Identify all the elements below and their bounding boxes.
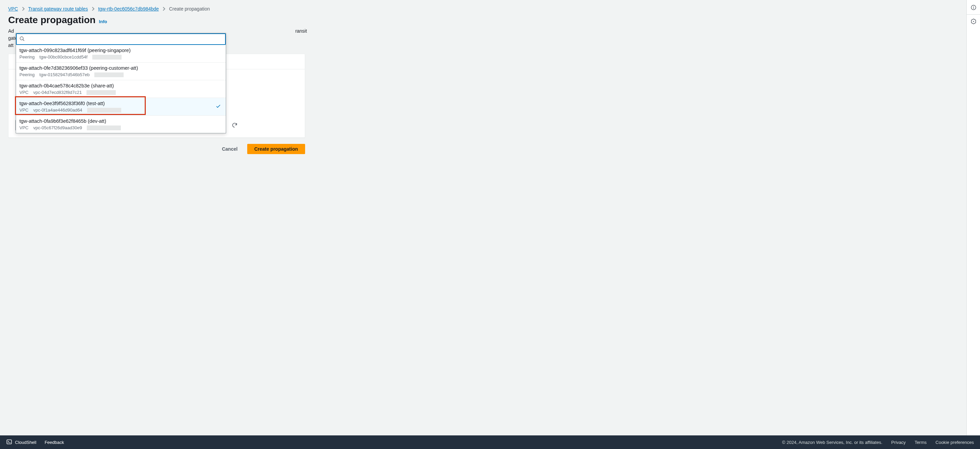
option-meta: Peering tgw-00bc80cbce1cdd54f: [19, 54, 221, 60]
svg-line-1: [23, 40, 24, 41]
option-redacted: [94, 73, 124, 77]
option-title: tgw-attach-0b4cae578c4c82b3e (share-att): [19, 83, 221, 89]
option-resource: tgw-00bc80cbce1cdd54f: [40, 54, 88, 60]
dropdown-search-input[interactable]: [28, 34, 222, 44]
page-title: Create propagation: [8, 15, 96, 25]
svg-point-5: [973, 21, 974, 22]
breadcrumb-tgrt[interactable]: Transit gateway route tables: [28, 6, 88, 11]
option-title: tgw-attach-099c823adf641f69f (peering-si…: [19, 48, 221, 53]
dropdown-option[interactable]: tgw-attach-099c823adf641f69f (peering-si…: [16, 45, 226, 62]
app-footer: CloudShell Feedback © 2024, Amazon Web S…: [0, 435, 980, 449]
form-actions: Cancel Create propagation: [8, 144, 305, 154]
option-type: Peering: [19, 72, 35, 77]
option-resource: tgw-01582947d546b57eb: [40, 72, 89, 77]
option-meta: Peering tgw-01582947d546b57eb: [19, 72, 221, 77]
title-row: Create propagation Info: [8, 15, 512, 25]
chevron-right-icon: [162, 7, 165, 11]
dropdown-search[interactable]: [16, 33, 226, 45]
search-icon: [19, 36, 25, 43]
breadcrumb-vpc[interactable]: VPC: [8, 6, 18, 11]
option-redacted: [92, 55, 122, 60]
dropdown-option[interactable]: tgw-attach-0b4cae578c4c82b3e (share-att)…: [16, 80, 226, 98]
option-redacted: [86, 90, 116, 95]
option-title: tgw-attach-0fa9b6f3e62f8465b (dev-att): [19, 118, 221, 124]
dropdown-option[interactable]: tgw-attach-0fa9b6f3e62f8465b (dev-att) V…: [16, 115, 226, 133]
dropdown-list: tgw-attach-099c823adf641f69f (peering-si…: [16, 45, 226, 133]
footer-left: CloudShell Feedback: [6, 439, 64, 446]
cloudshell-label: CloudShell: [15, 440, 37, 445]
option-type: VPC: [19, 125, 29, 130]
right-rail: [966, 0, 980, 435]
attachment-dropdown: tgw-attach-099c823adf641f69f (peering-si…: [16, 33, 226, 133]
chevron-right-icon: [21, 7, 25, 11]
cookie-preferences-link[interactable]: Cookie preferences: [935, 440, 974, 445]
description-line2-prefix: att: [8, 43, 14, 48]
page-body: VPC Transit gateway route tables tgw-rtb…: [0, 0, 980, 435]
option-title: tgw-attach-0fe7d38236906ef33 (peering-cu…: [19, 65, 221, 71]
breadcrumb: VPC Transit gateway route tables tgw-rtb…: [8, 6, 512, 11]
copyright-text: © 2024, Amazon Web Services, Inc. or its…: [782, 440, 883, 445]
option-type: VPC: [19, 90, 29, 95]
option-resource: vpc-05c67f26d9aad30e9: [33, 125, 82, 130]
breadcrumb-rtb[interactable]: tgw-rtb-0ec6056c7db984bde: [98, 6, 159, 11]
option-redacted: [87, 108, 121, 113]
hexagon-icon[interactable]: [968, 16, 979, 27]
cloudshell-button[interactable]: CloudShell: [6, 439, 37, 446]
option-resource: vpc-04d7ecd832f8d7c21: [33, 90, 82, 95]
svg-rect-4: [973, 7, 974, 9]
option-meta: VPC vpc-0f1a4ae446d90ad64: [19, 108, 221, 113]
cancel-button[interactable]: Cancel: [219, 144, 240, 154]
info-icon[interactable]: [968, 2, 979, 13]
info-link[interactable]: Info: [99, 19, 107, 24]
option-redacted: [87, 125, 121, 130]
option-meta: VPC vpc-05c67f26d9aad30e9: [19, 125, 221, 130]
refresh-button[interactable]: [231, 122, 238, 129]
breadcrumb-current: Create propagation: [169, 6, 210, 11]
dropdown-option[interactable]: tgw-attach-0fe7d38236906ef33 (peering-cu…: [16, 62, 226, 80]
cloudshell-icon: [6, 439, 12, 446]
option-title: tgw-attach-0ee3f9f56283f36f0 (test-att): [19, 101, 221, 106]
svg-point-0: [20, 37, 23, 40]
option-type: Peering: [19, 54, 35, 60]
feedback-link[interactable]: Feedback: [45, 440, 64, 445]
privacy-link[interactable]: Privacy: [891, 440, 906, 445]
option-meta: VPC vpc-04d7ecd832f8d7c21: [19, 90, 221, 95]
svg-rect-6: [7, 440, 11, 444]
option-resource: vpc-0f1a4ae446d90ad64: [33, 108, 83, 113]
chevron-right-icon: [91, 7, 95, 11]
create-propagation-button[interactable]: Create propagation: [247, 144, 305, 154]
check-icon: [216, 103, 221, 110]
footer-right: © 2024, Amazon Web Services, Inc. or its…: [782, 440, 974, 445]
description-line1-prefix: Ad: [8, 28, 14, 34]
svg-point-3: [973, 6, 974, 7]
terms-link[interactable]: Terms: [915, 440, 926, 445]
option-type: VPC: [19, 108, 29, 113]
dropdown-option-selected[interactable]: tgw-attach-0ee3f9f56283f36f0 (test-att) …: [16, 98, 226, 115]
